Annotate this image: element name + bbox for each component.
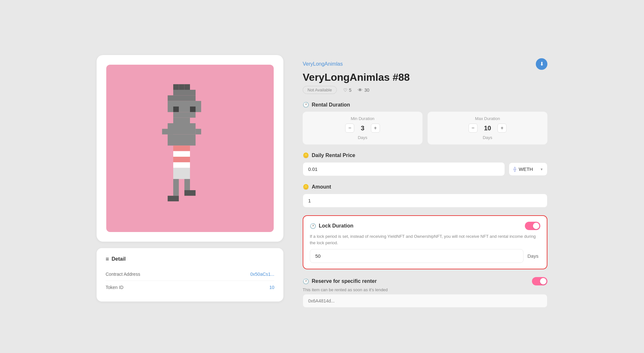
svg-rect-21	[185, 179, 190, 190]
nft-header: VeryLongAnimlas ⬇ VeryLongAnimlas #88 No…	[303, 58, 547, 94]
heart-icon: ♡	[343, 88, 347, 93]
reserve-section: 🕐 Reserve for specific renter This item …	[303, 277, 547, 308]
eth-icon: ⟠	[514, 166, 516, 172]
reserve-title: 🕐 Reserve for specific renter	[303, 278, 377, 284]
contract-label: Contract Address	[106, 272, 140, 277]
svg-rect-4	[168, 95, 196, 101]
contract-value: 0x50aCs1...	[250, 272, 274, 277]
min-duration-controls: − 3 +	[345, 124, 380, 133]
detail-row-token: Token ID 10	[106, 281, 274, 294]
eye-icon: 👁	[358, 87, 363, 93]
reserve-clock-icon: 🕐	[303, 278, 309, 284]
svg-rect-7	[173, 107, 179, 112]
max-duration-decrease[interactable]: −	[469, 124, 478, 133]
detail-rows: Contract Address 0x50aCs1... Token ID 10	[106, 268, 274, 294]
max-duration-value: 10	[484, 125, 491, 132]
daily-price-label: 🪙 Daily Rental Price	[303, 152, 547, 158]
daily-price-section: 🪙 Daily Rental Price ⟠ WETH ▾	[303, 152, 547, 176]
svg-rect-10	[173, 117, 190, 123]
currency-select[interactable]: ⟠ WETH ▾	[509, 163, 547, 176]
detail-row-contract: Contract Address 0x50aCs1...	[106, 268, 274, 281]
plus-icon-2: +	[500, 125, 503, 131]
svg-rect-12	[162, 129, 173, 134]
likes-stat: ♡ 5	[343, 88, 352, 93]
svg-rect-19	[173, 168, 190, 179]
amount-label: 🪙 Amount	[303, 184, 547, 190]
min-duration-value: 3	[361, 125, 364, 132]
svg-rect-0	[173, 84, 179, 89]
svg-rect-15	[173, 145, 190, 151]
lock-input-row: Days	[310, 249, 540, 263]
amount-input[interactable]	[303, 194, 547, 208]
token-value: 10	[269, 285, 274, 290]
lock-duration-toggle[interactable]	[525, 222, 540, 230]
collection-name: VeryLongAnimlas	[303, 61, 343, 67]
svg-rect-17	[173, 157, 190, 162]
right-panel: VeryLongAnimlas ⬇ VeryLongAnimlas #88 No…	[303, 55, 547, 308]
collection-row: VeryLongAnimlas ⬇	[303, 58, 547, 70]
svg-rect-2	[185, 84, 190, 89]
svg-rect-9	[173, 112, 195, 117]
left-panel: ≡ Detail Contract Address 0x50aCs1... To…	[97, 55, 283, 302]
status-badge: Not Available	[303, 86, 337, 94]
nft-pixel-art	[123, 81, 257, 215]
list-icon: ≡	[106, 256, 109, 263]
svg-rect-18	[173, 162, 190, 168]
svg-rect-1	[179, 84, 184, 89]
svg-rect-23	[185, 190, 196, 196]
reserve-description: This item can be rented as soon as it's …	[303, 287, 547, 292]
detail-card: ≡ Detail Contract Address 0x50aCs1... To…	[97, 248, 283, 302]
nft-image-card	[97, 55, 283, 242]
reserve-address-input[interactable]	[303, 294, 547, 308]
reserve-header: 🕐 Reserve for specific renter	[303, 277, 547, 285]
download-icon: ⬇	[540, 61, 544, 67]
price-row: ⟠ WETH ▾	[303, 162, 547, 176]
svg-rect-20	[173, 179, 179, 196]
currency-label: WETH	[519, 166, 533, 172]
max-duration-increase[interactable]: +	[497, 124, 507, 133]
reserve-toggle[interactable]	[532, 277, 547, 285]
svg-rect-13	[195, 129, 201, 134]
min-duration-decrease[interactable]: −	[345, 124, 354, 133]
minus-icon: −	[348, 125, 351, 131]
svg-rect-3	[173, 90, 195, 95]
token-label: Token ID	[106, 285, 123, 290]
svg-rect-14	[168, 134, 196, 145]
coins-icon: 🪙	[303, 152, 309, 158]
amount-section: 🪙 Amount	[303, 184, 547, 208]
lock-duration-section: 🕐 Lock Duration If a lock period is set,…	[303, 215, 547, 269]
svg-rect-16	[173, 151, 190, 156]
svg-rect-5	[168, 101, 201, 106]
plus-icon: +	[374, 125, 377, 131]
lock-header: 🕐 Lock Duration	[310, 222, 540, 230]
chevron-down-icon: ▾	[541, 167, 543, 172]
nft-title: VeryLongAnimlas #88	[303, 71, 547, 83]
lock-description: If a lock period is set, instead of rece…	[310, 233, 540, 246]
min-duration-unit: Days	[358, 135, 367, 140]
download-button[interactable]: ⬇	[536, 58, 547, 70]
nft-meta-row: Not Available ♡ 5 👁 30	[303, 86, 547, 94]
max-duration-controls: − 10 +	[469, 124, 507, 133]
max-duration-label: Max Duration	[475, 116, 500, 121]
rental-duration-section: 🕐 Rental Duration Min Duration − 3 +	[303, 102, 547, 144]
min-duration-increase[interactable]: +	[371, 124, 380, 133]
max-duration-box: Max Duration − 10 + Days	[428, 112, 547, 144]
clock-icon: 🕐	[303, 102, 309, 108]
price-input[interactable]	[303, 162, 505, 176]
nft-image-wrapper	[106, 65, 274, 232]
svg-rect-6	[168, 107, 201, 112]
svg-rect-8	[190, 107, 195, 112]
svg-rect-22	[168, 196, 179, 201]
stack-icon: 🪙	[303, 184, 309, 190]
max-duration-unit: Days	[483, 135, 492, 140]
min-duration-box: Min Duration − 3 + Days	[303, 112, 422, 144]
lock-days-input[interactable]	[310, 249, 524, 263]
views-stat: 👁 30	[358, 87, 369, 93]
minus-icon-2: −	[471, 125, 474, 131]
lock-title: 🕐 Lock Duration	[310, 223, 354, 229]
min-duration-label: Min Duration	[351, 116, 374, 121]
duration-row: Min Duration − 3 + Days Max Duration	[303, 112, 547, 144]
lock-clock-icon: 🕐	[310, 223, 316, 229]
detail-section-title: ≡ Detail	[106, 256, 274, 263]
rental-duration-label: 🕐 Rental Duration	[303, 102, 547, 108]
